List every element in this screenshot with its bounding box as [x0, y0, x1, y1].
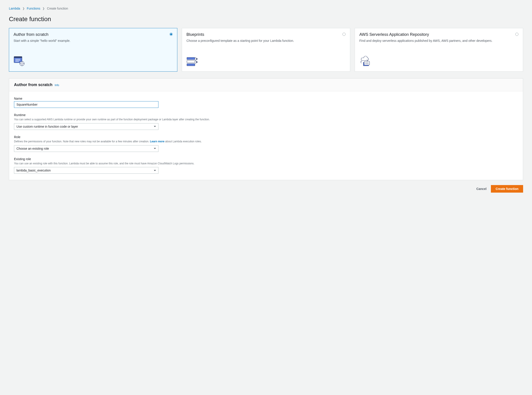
breadcrumb-lambda[interactable]: Lambda: [9, 7, 20, 10]
breadcrumb-current: Create function: [47, 7, 68, 10]
card-title: AWS Serverless Application Repository: [359, 32, 518, 37]
name-input[interactable]: [14, 101, 158, 108]
breadcrumb-functions[interactable]: Functions: [27, 7, 40, 10]
radio-icon: [170, 33, 173, 36]
role-help-pre: Defines the permissions of your function…: [14, 140, 150, 143]
svg-rect-1: [14, 56, 22, 58]
role-value: Choose an existing role: [16, 147, 152, 150]
role-select[interactable]: Choose an existing role: [14, 145, 158, 152]
panel-header: Author from scratch Info: [9, 78, 523, 91]
card-desc: Find and deploy serverless applications …: [359, 39, 518, 43]
info-link[interactable]: Info: [55, 84, 59, 87]
card-serverless-repo[interactable]: AWS Serverless Application Repository Fi…: [355, 28, 523, 72]
existing-role-help: You can use an existing role with this f…: [14, 162, 518, 165]
runtime-label: Runtime: [14, 113, 518, 117]
serverless-repo-icon: [359, 56, 518, 67]
existing-role-label: Existing role: [14, 157, 518, 161]
field-name: Name: [14, 97, 518, 108]
card-author-from-scratch[interactable]: Author from scratch Start with a simple …: [9, 28, 177, 72]
chevron-right-icon: ❯: [43, 7, 45, 10]
existing-role-select[interactable]: lambda_basic_execution: [14, 167, 158, 174]
card-desc: Choose a preconfigured template as a sta…: [186, 39, 346, 43]
scratch-icon: [14, 56, 173, 67]
breadcrumb: Lambda ❯ Functions ❯ Create function: [9, 7, 523, 10]
role-help: Defines the permissions of your function…: [14, 140, 518, 143]
radio-icon: [515, 33, 518, 36]
panel-title: Author from scratch: [14, 82, 53, 87]
card-title: Author from scratch: [14, 32, 173, 37]
page-title: Create function: [9, 16, 523, 23]
runtime-select[interactable]: Use custom runtime in function code or l…: [14, 123, 158, 130]
caret-down-icon: [154, 148, 156, 149]
caret-down-icon: [154, 170, 156, 171]
card-desc: Start with a simple "hello world" exampl…: [14, 39, 173, 43]
field-role: Role Defines the permissions of your fun…: [14, 135, 518, 152]
role-help-post: about Lambda execution roles.: [164, 140, 202, 143]
card-title: Blueprints: [186, 32, 346, 37]
blueprints-icon: [186, 56, 346, 67]
runtime-help: You can select a supported AWS Lambda ru…: [14, 118, 518, 121]
svg-rect-7: [187, 57, 195, 60]
radio-icon: [343, 33, 346, 36]
svg-rect-9: [187, 64, 195, 66]
existing-role-value: lambda_basic_execution: [16, 169, 152, 172]
chevron-right-icon: ❯: [22, 7, 25, 10]
runtime-value: Use custom runtime in function code or l…: [16, 125, 152, 128]
field-runtime: Runtime You can select a supported AWS L…: [14, 113, 518, 130]
config-panel: Author from scratch Info Name Runtime Yo…: [9, 78, 523, 180]
creation-option-cards: Author from scratch Start with a simple …: [9, 28, 523, 72]
card-blueprints[interactable]: Blueprints Choose a preconfigured templa…: [182, 28, 350, 72]
action-bar: Cancel Create function: [9, 185, 523, 193]
svg-rect-11: [364, 61, 370, 65]
svg-rect-8: [187, 60, 195, 63]
cancel-button[interactable]: Cancel: [475, 185, 488, 192]
name-label: Name: [14, 97, 518, 100]
caret-down-icon: [154, 126, 156, 127]
panel-body: Name Runtime You can select a supported …: [9, 91, 523, 180]
role-label: Role: [14, 135, 518, 139]
field-existing-role: Existing role You can use an existing ro…: [14, 157, 518, 174]
create-function-button[interactable]: Create function: [491, 185, 523, 193]
learn-more-link[interactable]: Learn more: [150, 140, 164, 143]
